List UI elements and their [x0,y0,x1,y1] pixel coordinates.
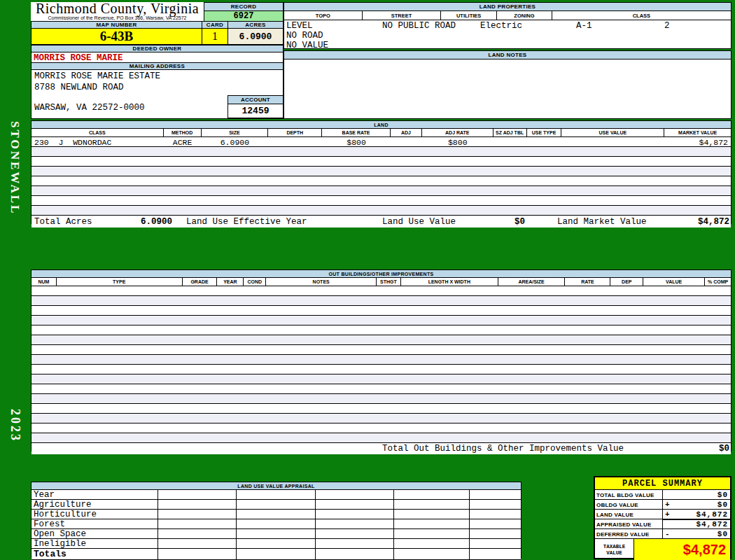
column-header: CLASS [31,129,164,136]
zoning-value: A-1 [576,21,592,31]
out-buildings-title: OUT BUILDINGS/OTHER IMPROVEMENTS [31,270,731,278]
appraisal-row: Horticulture [31,510,521,519]
column-header: DEPTH [268,129,322,136]
record-box: RECORD 6927 [204,2,284,22]
empty-row [31,286,731,296]
parcel-summary-title: PARCEL SUMMARY [595,477,730,490]
appraisal-cell [394,539,470,548]
appraisal-row: Year [31,490,521,500]
column-header: % COMP [705,278,731,286]
taxable-value-label: TAXABLEVALUE [595,539,634,560]
empty-row [31,157,731,167]
parcel-summary-row-value: $0 [673,491,728,499]
column-header: SIZE [202,129,269,136]
appraisal-cell [470,510,521,519]
column-header: YEAR [217,278,244,286]
appraisal-row-label: Ineligible [31,539,158,548]
parcel-summary-row-value: $0 [673,530,728,538]
column-header: VALUE [643,278,705,286]
empty-row [31,394,731,404]
appraisal-row: Agriculture [31,500,521,510]
appraisal-cell [316,539,394,548]
appraisal-row-label: Open Space [31,529,158,538]
land-properties-title: LAND PROPERTIES [284,3,731,11]
taxable-value-amount: $4,872 [634,539,730,560]
column-header: SZ ADJ TBL [493,129,527,136]
land-cell: $4,872 [664,137,731,146]
land-notes-title: LAND NOTES [284,51,731,59]
appraisal-cell [316,510,394,519]
empty-row [31,196,731,206]
out-buildings-total-label: Total Out Buildings & Other Improvements… [382,444,624,454]
out-buildings-total-value: $0 [690,444,729,454]
appraisal-cell [316,549,394,559]
column-header: GRADE [183,278,218,286]
column-header: LENGTH X WIDTH [401,278,498,286]
appraisal-row: Forest [31,519,521,529]
empty-row [31,176,731,186]
empty-row [31,345,731,355]
column-header: STREET [363,11,442,20]
parcel-summary-row-value: $4,872 [673,510,728,519]
column-header: ZONING [497,11,552,20]
parcel-summary-row-label: TOTAL BLDG VALUE [595,490,663,499]
appraisal-cell [394,519,470,528]
land-table-title: LAND [31,121,731,129]
column-header: ADJ [391,129,422,136]
column-header: USE VALUE [561,129,664,136]
parcel-summary-row-label: DEFERRED VALUE [595,529,663,538]
parcel-summary-row: LAND VALUE+$4,872 [595,510,730,519]
column-header: USE TYPE [527,129,562,136]
appraisal-row-label: Agriculture [31,500,158,509]
parcel-summary-operator: + [665,510,673,519]
appraisal-cell [470,519,521,528]
appraisal-row-label: Forest [31,519,158,528]
acres-value: 6.0900 [227,28,284,45]
property-record-card: STONEWALL 2023 Richmond County, Virginia… [0,0,735,560]
appraisal-cell [158,500,237,509]
appraisal-cell [237,500,316,509]
land-table-body: 230 J WDNORDACACRE6.0900$800$800$4,872 [31,137,731,216]
account-value: 12459 [227,104,284,118]
parcel-summary-row-label: APPRAISED VALUE [595,519,663,528]
land-cell [391,137,422,146]
appraisal-row-label: Horticulture [31,510,158,519]
column-header: COND [244,278,266,286]
topo-value: LEVEL [286,21,313,31]
land-cell: $800 [322,137,391,146]
empty-row [31,365,731,374]
taxable-value-row: TAXABLEVALUE $4,872 [595,539,730,560]
effective-year-label: Land Use Effective Year [186,217,307,227]
account-box: ACCOUNT 12459 [227,95,284,118]
appraisal-cell [158,519,237,528]
empty-row [31,326,731,335]
appraisal-cell [316,529,394,538]
appraisal-cell [158,549,237,559]
land-data-row: 230 J WDNORDACACRE6.0900$800$800$4,872 [31,137,731,147]
empty-row [31,355,731,365]
empty-row [31,374,731,384]
appraisal-row: Ineligible [31,539,521,549]
column-header: DEP [610,278,643,286]
land-cell [268,137,322,146]
appraisal-cell [237,539,316,548]
class-value: 2 [664,21,670,31]
appraisal-cell [470,500,521,509]
column-header: MARKET VALUE [664,129,731,136]
appraisal-row-label: Totals [31,549,158,559]
county-header: Richmond County, Virginia Commissioner o… [31,2,204,21]
land-market-value-label: Land Market Value [557,217,647,227]
parcel-summary-row: APPRAISED VALUE$4,872 [595,519,730,529]
land-cell [493,137,527,146]
year-label: 2023 [0,399,29,451]
parcel-summary: PARCEL SUMMARY TOTAL BLDG VALUE$0OBLDG V… [594,476,732,559]
column-header: AREA/SIZE [498,278,566,286]
land-properties-section: LAND PROPERTIES TOPOSTREETUTILITIESZONIN… [284,2,732,49]
out-buildings-total-row: Total Out Buildings & Other Improvements… [31,443,731,454]
land-cell: 6.0900 [202,137,269,146]
record-value: 6927 [204,10,284,22]
appraisal-cell [158,490,237,499]
total-acres-label: Total Acres [34,217,92,227]
out-buildings-body [31,286,731,443]
appraisal-cell [237,519,316,528]
